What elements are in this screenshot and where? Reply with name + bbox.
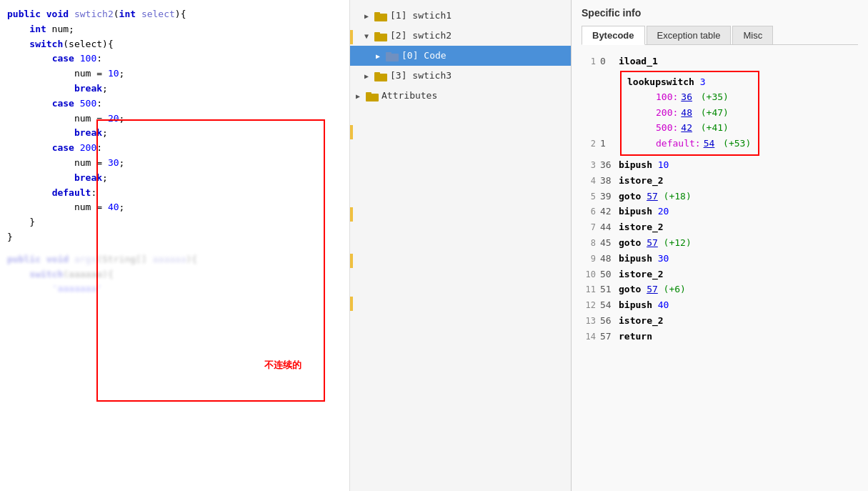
bc-goto-val-57-1[interactable]: 57 xyxy=(647,189,658,204)
bc-linenum-2: 2 xyxy=(582,137,596,152)
bc-row-14: 14 57 return xyxy=(582,329,858,344)
bc-linenum-6: 6 xyxy=(582,205,596,219)
lookup-block: lookupswitch 3 100: 36 (+35) 200: 48 (+4… xyxy=(619,71,759,156)
bc-row-4: 4 38 istore_2 xyxy=(582,173,858,189)
bc-instr-bipush-2: bipush xyxy=(619,204,652,219)
code-line-5: num = 10; xyxy=(7,66,349,81)
bc-offset-38: 38 xyxy=(600,173,614,188)
bc-offset-51: 51 xyxy=(600,282,614,297)
tree-label-swtich3: [3] swtich3 xyxy=(390,68,452,84)
arrow-collapsed: ▶ xyxy=(364,10,374,22)
bc-row-1: 1 0 iload_1 xyxy=(582,54,858,69)
bc-linenum-3: 3 xyxy=(582,159,596,173)
bc-goto-offset-18: (+18) xyxy=(658,189,692,204)
yellow-marker-3 xyxy=(350,207,353,222)
code-panel: public void swtich2(int select){ int num… xyxy=(0,0,350,491)
bc-linenum-7: 7 xyxy=(582,221,596,235)
bc-arg-40: 40 xyxy=(652,297,669,312)
lookup-entry-200: 200: 48 (+47) xyxy=(627,105,751,120)
tab-misc[interactable]: Misc xyxy=(732,26,773,44)
folder-icon-swtich1 xyxy=(374,11,387,21)
lookup-offset-47: (+47) xyxy=(695,105,729,120)
bc-arg-30: 30 xyxy=(652,251,669,266)
bc-linenum-11: 11 xyxy=(582,283,596,297)
code-line-11: num = 30; xyxy=(7,156,349,171)
code-line-15: } xyxy=(7,215,349,230)
svg-rect-7 xyxy=(374,72,380,74)
lookup-label-default: default: xyxy=(656,136,701,151)
bc-linenum-14: 14 xyxy=(582,330,596,344)
svg-rect-5 xyxy=(386,52,391,54)
code-line-1: public void swtich2(int select){ xyxy=(7,7,349,22)
bc-instr-bipush-3: bipush xyxy=(619,251,652,266)
bytecode-content: 1 0 iload_1 2 1 lookupswitch 3 100: xyxy=(582,54,858,344)
code-line-13: default: xyxy=(7,186,349,201)
lookup-val-42[interactable]: 42 xyxy=(681,120,692,135)
bc-instr-goto-3: goto xyxy=(619,282,641,297)
code-line-12: break; xyxy=(7,171,349,186)
lookup-val-36[interactable]: 36 xyxy=(681,89,692,104)
bc-row-6: 6 42 bipush 20 xyxy=(582,204,858,219)
lookup-offset-35: (+35) xyxy=(695,89,729,104)
bc-linenum-13: 13 xyxy=(582,314,596,329)
tree-label-swtich2: [2] swtich2 xyxy=(390,28,452,44)
tree-item-swtich3[interactable]: ▶ [3] swtich3 xyxy=(350,66,571,86)
lookup-entry-500: 500: 42 (+41) xyxy=(627,120,751,135)
lookup-val-54[interactable]: 54 xyxy=(704,136,715,151)
code-line-7: case 500: xyxy=(7,96,349,111)
bc-instr-bipush-1: bipush xyxy=(619,157,652,172)
lookup-entry-default: default: 54 (+53) xyxy=(627,136,751,151)
svg-rect-4 xyxy=(386,54,399,61)
svg-rect-9 xyxy=(366,92,371,94)
code-line-8: num = 20; xyxy=(7,111,349,127)
bc-row-5: 5 39 goto 57 (+18) xyxy=(582,189,858,204)
arrow-attributes: ▶ xyxy=(356,90,366,102)
code-line-14: num = 40; xyxy=(7,200,349,215)
svg-rect-6 xyxy=(374,74,387,81)
tree-item-attributes[interactable]: ▶ Attributes xyxy=(350,86,571,106)
tab-bytecode[interactable]: Bytecode xyxy=(582,26,645,45)
bc-row-10: 10 50 istore_2 xyxy=(582,267,858,282)
bc-offset-48: 48 xyxy=(600,251,614,266)
yellow-marker-5 xyxy=(350,297,353,311)
bc-arg-3: 3 xyxy=(700,76,706,87)
bc-linenum-9: 9 xyxy=(582,252,596,267)
bc-row-11: 11 51 goto 57 (+6) xyxy=(582,282,858,297)
svg-rect-8 xyxy=(366,94,379,101)
code-line-2: int num; xyxy=(7,22,349,37)
tree-panel: ▶ [1] swtich1 ▼ [2] swtich2 ▶ [0] Code ▶… xyxy=(350,0,572,491)
svg-rect-3 xyxy=(374,32,380,34)
code-line-4: case 100: xyxy=(7,51,349,66)
bc-instr-istore-1: istore_2 xyxy=(619,173,664,188)
bc-goto-val-57-3[interactable]: 57 xyxy=(647,282,658,297)
specific-info-title: Specific info xyxy=(582,7,858,19)
tree-item-code[interactable]: ▶ [0] Code xyxy=(350,46,571,66)
bc-row-7: 7 44 istore_2 xyxy=(582,219,858,235)
bc-linenum-4: 4 xyxy=(582,174,596,189)
bc-row-9: 9 48 bipush 30 xyxy=(582,251,858,267)
svg-rect-2 xyxy=(374,34,387,41)
bc-offset-45: 45 xyxy=(600,235,614,250)
not-continuous-label: 不连续的 xyxy=(264,359,301,372)
arrow-expanded-swtich2: ▼ xyxy=(364,30,374,42)
tree-item-swtich2[interactable]: ▼ [2] swtich2 xyxy=(350,26,571,46)
lookup-offset-53: (+53) xyxy=(717,136,751,151)
bc-arg-20: 20 xyxy=(652,204,669,219)
bc-linenum-10: 10 xyxy=(582,268,596,282)
bc-offset-42: 42 xyxy=(600,204,614,219)
tree-item-swtich1[interactable]: ▶ [1] swtich1 xyxy=(350,6,571,26)
bc-goto-val-57-2[interactable]: 57 xyxy=(647,235,658,250)
bc-offset-39: 39 xyxy=(600,189,614,204)
code-line-16: } xyxy=(7,230,349,245)
lookup-header: lookupswitch 3 xyxy=(627,74,751,89)
code-line-3: switch(select){ xyxy=(7,37,349,52)
bc-offset-54: 54 xyxy=(600,297,614,312)
lookup-offset-41: (+41) xyxy=(695,120,729,135)
tab-exception-table[interactable]: Exception table xyxy=(647,26,732,44)
folder-icon-attributes xyxy=(366,91,379,101)
bc-goto-offset-6: (+6) xyxy=(658,282,686,297)
lookup-val-48[interactable]: 48 xyxy=(681,105,692,120)
bc-offset-56: 56 xyxy=(600,313,614,328)
yellow-marker-4 xyxy=(350,254,353,268)
bc-arg-10: 10 xyxy=(652,157,669,172)
